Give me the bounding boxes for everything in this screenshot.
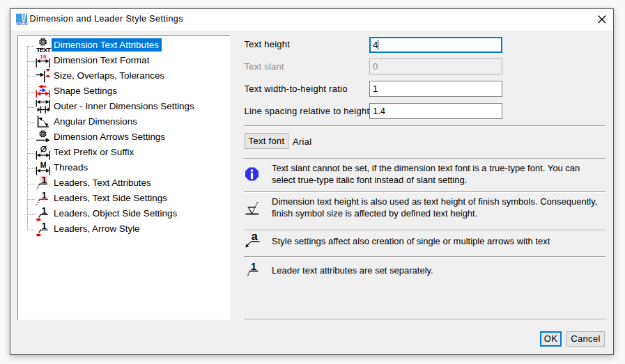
svg-text:TEXT: TEXT — [36, 46, 51, 54]
svg-text:M: M — [40, 161, 47, 169]
svg-text:VariCAD: VariCAD — [16, 22, 28, 26]
svg-text:10: 10 — [40, 54, 47, 60]
svg-text:a: a — [252, 230, 258, 242]
